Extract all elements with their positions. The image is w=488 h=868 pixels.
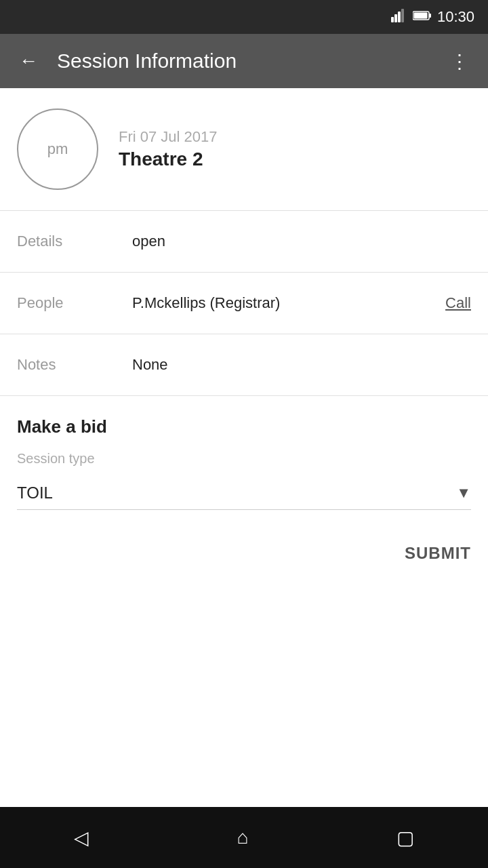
people-label: People xyxy=(17,294,132,312)
nav-bar: ◁ ⌂ ▢ xyxy=(0,807,488,868)
session-date: Fri 07 Jul 2017 xyxy=(119,128,218,146)
app-bar: ← Session Information ⋮ xyxy=(0,34,488,88)
session-header: pm Fri 07 Jul 2017 Theatre 2 xyxy=(0,88,488,210)
bid-title: Make a bid xyxy=(17,416,471,437)
svg-rect-2 xyxy=(398,12,401,22)
overflow-menu-button[interactable]: ⋮ xyxy=(445,45,474,78)
call-link[interactable]: Call xyxy=(445,294,471,312)
submit-row: SUBMIT xyxy=(0,524,488,583)
session-type-dropdown[interactable]: TOIL ▼ xyxy=(17,477,471,510)
notes-row: Notes None xyxy=(0,334,488,395)
session-venue: Theatre 2 xyxy=(119,149,218,170)
session-period-circle: pm xyxy=(17,108,98,190)
svg-rect-1 xyxy=(394,14,397,22)
content-area: pm Fri 07 Jul 2017 Theatre 2 Details ope… xyxy=(0,88,488,807)
status-icons: 10:30 xyxy=(391,8,474,26)
notes-value: None xyxy=(132,356,471,374)
notes-label: Notes xyxy=(17,356,132,374)
details-row: Details open xyxy=(0,211,488,272)
svg-rect-6 xyxy=(413,12,427,18)
nav-back-button[interactable]: ◁ xyxy=(54,820,109,856)
status-time: 10:30 xyxy=(437,8,474,26)
svg-rect-5 xyxy=(429,14,431,18)
session-type-label: Session type xyxy=(17,451,471,467)
people-row: People P.Mckellips (Registrar) Call xyxy=(0,273,488,334)
people-person: P.Mckellips (Registrar) xyxy=(132,294,445,312)
nav-home-button[interactable]: ⌂ xyxy=(217,820,269,855)
battery-icon xyxy=(413,10,432,24)
dropdown-arrow-icon: ▼ xyxy=(456,484,471,502)
session-period-label: pm xyxy=(47,140,68,158)
bid-section: Make a bid Session type TOIL ▼ xyxy=(0,396,488,524)
session-type-value: TOIL xyxy=(17,484,53,502)
details-value: open xyxy=(132,233,471,250)
svg-rect-3 xyxy=(401,9,404,22)
nav-recents-button[interactable]: ▢ xyxy=(376,820,434,856)
svg-rect-0 xyxy=(391,17,394,22)
page-title: Session Information xyxy=(57,50,431,73)
session-info: Fri 07 Jul 2017 Theatre 2 xyxy=(119,128,218,170)
signal-icon xyxy=(391,9,407,26)
submit-button[interactable]: SUBMIT xyxy=(405,544,471,563)
back-button[interactable]: ← xyxy=(14,45,43,77)
status-bar: 10:30 xyxy=(0,0,488,34)
details-label: Details xyxy=(17,233,132,250)
